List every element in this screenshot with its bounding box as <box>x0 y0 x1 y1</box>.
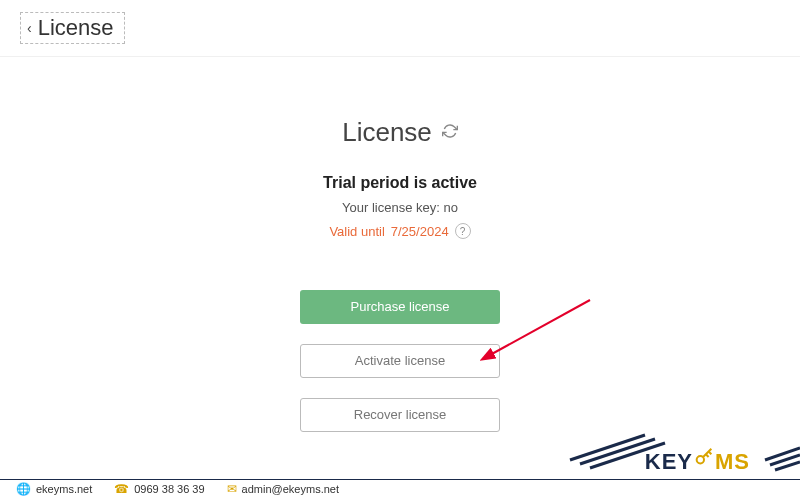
footer-website-text: ekeyms.net <box>36 483 92 495</box>
trial-status: Trial period is active <box>0 174 800 192</box>
valid-until-date: 7/25/2024 <box>391 224 449 239</box>
svg-line-4 <box>765 448 800 460</box>
back-label: License <box>38 15 114 41</box>
mail-icon: ✉ <box>227 482 237 496</box>
brand-ms-text: MS <box>715 449 750 475</box>
footer: KEY MS 🌐 ekeyms.net ☎ 0969 38 36 39 ✉ ad… <box>0 442 800 500</box>
button-stack: Purchase license Activate license Recove… <box>0 290 800 432</box>
purchase-license-button[interactable]: Purchase license <box>300 290 500 324</box>
footer-phone-text: 0969 38 36 39 <box>134 483 204 495</box>
recover-license-button[interactable]: Recover license <box>300 398 500 432</box>
page-title: License <box>342 117 432 148</box>
svg-line-2 <box>580 439 655 464</box>
brand-logo: KEY MS <box>645 448 750 476</box>
footer-contacts: 🌐 ekeyms.net ☎ 0969 38 36 39 ✉ admin@eke… <box>16 482 339 496</box>
phone-icon: ☎ <box>114 482 129 496</box>
footer-phone[interactable]: ☎ 0969 38 36 39 <box>114 482 204 496</box>
license-key-line: Your license key: no <box>0 200 800 215</box>
footer-website[interactable]: 🌐 ekeyms.net <box>16 482 92 496</box>
refresh-icon[interactable] <box>442 123 458 143</box>
help-icon[interactable]: ? <box>455 223 471 239</box>
back-button[interactable]: ‹ License <box>20 12 125 44</box>
chevron-left-icon: ‹ <box>27 20 32 36</box>
footer-email-text: admin@ekeyms.net <box>242 483 339 495</box>
svg-line-5 <box>770 455 800 465</box>
header-bar: ‹ License <box>0 0 800 57</box>
svg-point-7 <box>697 456 704 463</box>
globe-icon: 🌐 <box>16 482 31 496</box>
page-title-row: License <box>342 117 458 148</box>
license-key-label: Your license key: <box>342 200 443 215</box>
brand-key-text: KEY <box>645 449 693 475</box>
license-key-value: no <box>443 200 457 215</box>
svg-line-1 <box>570 435 645 460</box>
svg-line-6 <box>775 462 800 470</box>
activate-license-button[interactable]: Activate license <box>300 344 500 378</box>
valid-until-label: Valid until <box>329 224 384 239</box>
footer-email[interactable]: ✉ admin@ekeyms.net <box>227 482 339 496</box>
valid-until-line: Valid until 7/25/2024 ? <box>329 223 470 239</box>
main-content: License Trial period is active Your lice… <box>0 57 800 432</box>
footer-divider <box>0 479 800 480</box>
key-icon <box>693 446 715 474</box>
